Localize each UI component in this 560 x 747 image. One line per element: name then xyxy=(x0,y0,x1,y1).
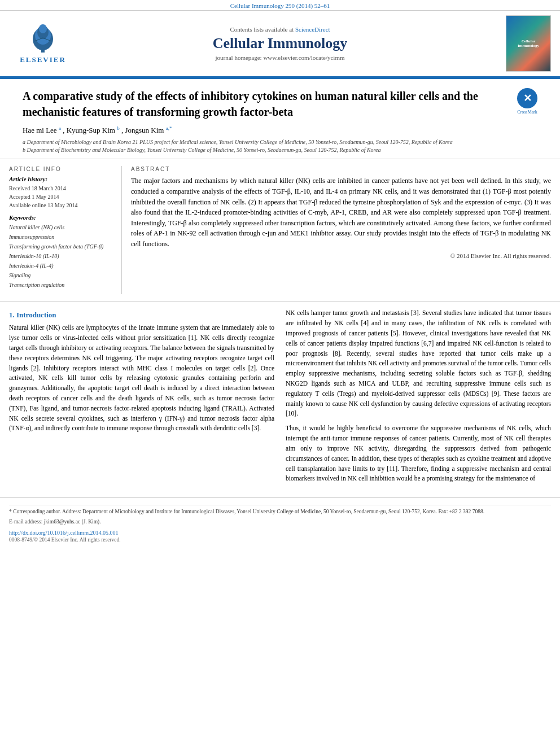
journal-top-bar: Cellular Immunology 290 (2014) 52–61 xyxy=(0,0,560,11)
article-header: A comparative study of the effects of in… xyxy=(0,79,560,159)
contents-text: Contents lists available at xyxy=(230,26,294,33)
footer-issn: 0008-8749/© 2014 Elsevier Inc. All right… xyxy=(9,537,551,543)
keywords-title: Keywords: xyxy=(9,214,115,221)
crossmark-badge[interactable]: ✕ CrossMark xyxy=(517,88,537,108)
keyword-3: Transforming growth factor beta (TGF-β) xyxy=(9,242,115,251)
article-title: A comparative study of the effects of in… xyxy=(23,88,508,120)
introduction-paragraph-3: Thus, it would be highly beneficial to o… xyxy=(286,423,551,484)
journal-cover-thumbnail: CellularImmunology xyxy=(506,15,551,72)
article-info-column: ARTICLE INFO Article history: Received 1… xyxy=(9,166,122,294)
article-history: Article history: Received 18 March 2014 … xyxy=(9,176,115,209)
abstract-label: ABSTRACT xyxy=(131,166,551,172)
corresponding-author-note: * Corresponding author. Address: Departm… xyxy=(9,508,551,516)
affiliations: a Department of Microbiology and Brain K… xyxy=(23,138,508,154)
journal-homepage: journal homepage: www.elsevier.com/locat… xyxy=(77,54,483,61)
keyword-2: Immunosuppression xyxy=(9,232,115,242)
keyword-1: Natural killer (NK) cells xyxy=(9,222,115,232)
keyword-4: Interleukin-10 (IL-10) xyxy=(9,251,115,261)
article-info-abstract-section: ARTICLE INFO Article history: Received 1… xyxy=(0,159,560,302)
body-left-column: 1. Introduction Natural killer (NK) cell… xyxy=(9,308,274,488)
body-right-column: NK cells hamper tumor growth and metasta… xyxy=(286,308,551,488)
journal-cover-area: CellularImmunology xyxy=(483,15,551,72)
introduction-heading: 1. Introduction xyxy=(9,311,274,320)
email-address: jkim63@yuhs.ac (J. Kim). xyxy=(44,519,101,525)
crossmark-icon: ✕ xyxy=(517,88,537,108)
doi-link[interactable]: http://dx.doi.org/10.1016/j.cellimm.2014… xyxy=(9,530,118,536)
science-direct-info: Contents lists available at ScienceDirec… xyxy=(77,26,483,33)
history-title: Article history: xyxy=(9,176,115,182)
keywords-list: Natural killer (NK) cells Immunosuppress… xyxy=(9,222,115,290)
affil-sup-b: b xyxy=(117,125,120,131)
available-date: Available online 13 May 2014 xyxy=(9,201,115,209)
keyword-5: Interleukin-4 (IL-4) xyxy=(9,261,115,270)
elsevier-tree-icon xyxy=(26,23,60,54)
crossmark-label: CrossMark xyxy=(517,110,537,115)
author-separator-2: , Jongsun Kim xyxy=(121,126,166,134)
footer-divider xyxy=(9,505,551,505)
accepted-date: Accepted 1 May 2014 xyxy=(9,193,115,201)
svg-point-4 xyxy=(39,24,47,33)
author-separator-1: , Kyung-Sup Kim xyxy=(63,126,117,134)
email-line: E-mail address: jkim63@yuhs.ac (J. Kim). xyxy=(9,518,551,526)
email-label: E-mail address: xyxy=(9,519,42,525)
science-direct-link[interactable]: ScienceDirect xyxy=(295,26,330,33)
introduction-paragraph-1: Natural killer (NK) cells are lymphocyte… xyxy=(9,323,274,434)
author-name-1: Hae mi Lee xyxy=(23,126,59,134)
introduction-paragraph-2: NK cells hamper tumor growth and metasta… xyxy=(286,308,551,419)
keyword-6: Signaling xyxy=(9,270,115,280)
article-info-label: ARTICLE INFO xyxy=(9,166,115,172)
keywords-section: Keywords: Natural killer (NK) cells Immu… xyxy=(9,214,115,290)
article-authors: Hae mi Lee a , Kyung-Sup Kim b , Jongsun… xyxy=(23,125,508,135)
publisher-logo-area: ELSEVIER xyxy=(9,23,77,64)
journal-header: ELSEVIER Contents lists available at Sci… xyxy=(0,11,560,77)
footer-links: http://dx.doi.org/10.1016/j.cellimm.2014… xyxy=(9,530,551,536)
journal-header-center: Contents lists available at ScienceDirec… xyxy=(77,26,483,61)
footnote-star-text: * Corresponding author. Address: Departm… xyxy=(9,509,484,514)
cover-label: CellularImmunology xyxy=(518,39,539,48)
affil-sup-a: a xyxy=(59,125,61,131)
received-date: Received 18 March 2014 xyxy=(9,184,115,193)
keyword-7: Transcription regulation xyxy=(9,280,115,290)
abstract-column: ABSTRACT The major factors and mechanism… xyxy=(131,166,551,294)
affil-sup-a2: a,* xyxy=(166,125,172,131)
main-body: 1. Introduction Natural killer (NK) cell… xyxy=(0,302,560,495)
abstract-text: The major factors and mechanisms by whic… xyxy=(131,176,551,249)
article-footer: * Corresponding author. Address: Departm… xyxy=(0,497,560,547)
elsevier-brand-text: ELSEVIER xyxy=(20,55,66,64)
journal-title: Cellular Immunology xyxy=(77,35,483,52)
article-title-section: A comparative study of the effects of in… xyxy=(23,88,508,154)
journal-volume-info: Cellular Immunology 290 (2014) 52–61 xyxy=(230,2,330,9)
elsevier-logo: ELSEVIER xyxy=(9,23,77,64)
abstract-copyright: © 2014 Elsevier Inc. All rights reserved… xyxy=(131,252,551,259)
affiliation-b: b Department of Biochemistry and Molecul… xyxy=(23,146,508,154)
affiliation-a: a Department of Microbiology and Brain K… xyxy=(23,138,508,146)
